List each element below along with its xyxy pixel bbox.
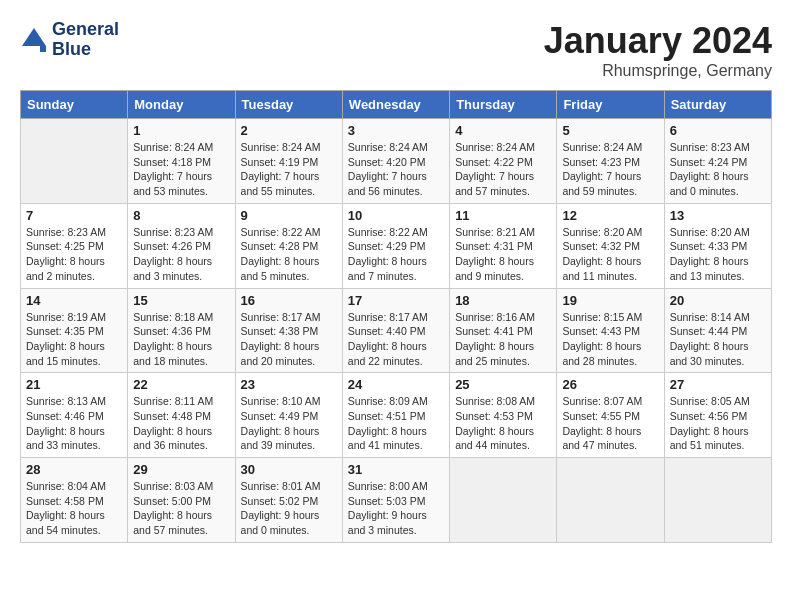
calendar-cell: 15Sunrise: 8:18 AMSunset: 4:36 PMDayligh…	[128, 288, 235, 373]
weekday-header-sunday: Sunday	[21, 91, 128, 119]
day-info: Sunrise: 8:22 AMSunset: 4:28 PMDaylight:…	[241, 225, 337, 284]
day-info: Sunrise: 8:21 AMSunset: 4:31 PMDaylight:…	[455, 225, 551, 284]
day-info: Sunrise: 8:24 AMSunset: 4:22 PMDaylight:…	[455, 140, 551, 199]
calendar-cell: 9Sunrise: 8:22 AMSunset: 4:28 PMDaylight…	[235, 203, 342, 288]
logo-text: General Blue	[52, 20, 119, 60]
page-header: General Blue January 2024 Rhumspringe, G…	[20, 20, 772, 80]
day-number: 18	[455, 293, 551, 308]
day-number: 29	[133, 462, 229, 477]
day-info: Sunrise: 8:22 AMSunset: 4:29 PMDaylight:…	[348, 225, 444, 284]
calendar-cell: 7Sunrise: 8:23 AMSunset: 4:25 PMDaylight…	[21, 203, 128, 288]
day-number: 31	[348, 462, 444, 477]
title-area: January 2024 Rhumspringe, Germany	[544, 20, 772, 80]
weekday-header-friday: Friday	[557, 91, 664, 119]
day-info: Sunrise: 8:24 AMSunset: 4:18 PMDaylight:…	[133, 140, 229, 199]
day-info: Sunrise: 8:19 AMSunset: 4:35 PMDaylight:…	[26, 310, 122, 369]
calendar-cell: 30Sunrise: 8:01 AMSunset: 5:02 PMDayligh…	[235, 458, 342, 543]
day-info: Sunrise: 8:23 AMSunset: 4:25 PMDaylight:…	[26, 225, 122, 284]
calendar-cell: 24Sunrise: 8:09 AMSunset: 4:51 PMDayligh…	[342, 373, 449, 458]
day-info: Sunrise: 8:04 AMSunset: 4:58 PMDaylight:…	[26, 479, 122, 538]
day-info: Sunrise: 8:05 AMSunset: 4:56 PMDaylight:…	[670, 394, 766, 453]
day-info: Sunrise: 8:03 AMSunset: 5:00 PMDaylight:…	[133, 479, 229, 538]
day-number: 1	[133, 123, 229, 138]
calendar-cell: 3Sunrise: 8:24 AMSunset: 4:20 PMDaylight…	[342, 119, 449, 204]
calendar-cell: 10Sunrise: 8:22 AMSunset: 4:29 PMDayligh…	[342, 203, 449, 288]
day-number: 22	[133, 377, 229, 392]
svg-marker-1	[40, 46, 46, 52]
day-number: 8	[133, 208, 229, 223]
day-number: 30	[241, 462, 337, 477]
calendar-week-row: 28Sunrise: 8:04 AMSunset: 4:58 PMDayligh…	[21, 458, 772, 543]
weekday-header-thursday: Thursday	[450, 91, 557, 119]
calendar-cell: 18Sunrise: 8:16 AMSunset: 4:41 PMDayligh…	[450, 288, 557, 373]
calendar-cell: 29Sunrise: 8:03 AMSunset: 5:00 PMDayligh…	[128, 458, 235, 543]
location-title: Rhumspringe, Germany	[544, 62, 772, 80]
calendar-cell: 26Sunrise: 8:07 AMSunset: 4:55 PMDayligh…	[557, 373, 664, 458]
day-info: Sunrise: 8:14 AMSunset: 4:44 PMDaylight:…	[670, 310, 766, 369]
day-number: 26	[562, 377, 658, 392]
day-info: Sunrise: 8:00 AMSunset: 5:03 PMDaylight:…	[348, 479, 444, 538]
calendar-cell: 28Sunrise: 8:04 AMSunset: 4:58 PMDayligh…	[21, 458, 128, 543]
calendar-cell: 16Sunrise: 8:17 AMSunset: 4:38 PMDayligh…	[235, 288, 342, 373]
day-number: 5	[562, 123, 658, 138]
day-number: 17	[348, 293, 444, 308]
day-number: 3	[348, 123, 444, 138]
calendar-cell: 5Sunrise: 8:24 AMSunset: 4:23 PMDaylight…	[557, 119, 664, 204]
weekday-header-monday: Monday	[128, 91, 235, 119]
calendar-cell	[21, 119, 128, 204]
calendar-cell: 20Sunrise: 8:14 AMSunset: 4:44 PMDayligh…	[664, 288, 771, 373]
calendar-table: SundayMondayTuesdayWednesdayThursdayFrid…	[20, 90, 772, 543]
day-number: 11	[455, 208, 551, 223]
calendar-cell: 22Sunrise: 8:11 AMSunset: 4:48 PMDayligh…	[128, 373, 235, 458]
day-info: Sunrise: 8:10 AMSunset: 4:49 PMDaylight:…	[241, 394, 337, 453]
day-number: 27	[670, 377, 766, 392]
calendar-cell: 2Sunrise: 8:24 AMSunset: 4:19 PMDaylight…	[235, 119, 342, 204]
calendar-cell: 21Sunrise: 8:13 AMSunset: 4:46 PMDayligh…	[21, 373, 128, 458]
day-number: 19	[562, 293, 658, 308]
weekday-header-tuesday: Tuesday	[235, 91, 342, 119]
day-info: Sunrise: 8:11 AMSunset: 4:48 PMDaylight:…	[133, 394, 229, 453]
calendar-cell: 11Sunrise: 8:21 AMSunset: 4:31 PMDayligh…	[450, 203, 557, 288]
calendar-cell: 25Sunrise: 8:08 AMSunset: 4:53 PMDayligh…	[450, 373, 557, 458]
calendar-cell: 27Sunrise: 8:05 AMSunset: 4:56 PMDayligh…	[664, 373, 771, 458]
day-info: Sunrise: 8:16 AMSunset: 4:41 PMDaylight:…	[455, 310, 551, 369]
weekday-header-row: SundayMondayTuesdayWednesdayThursdayFrid…	[21, 91, 772, 119]
month-title: January 2024	[544, 20, 772, 62]
day-number: 20	[670, 293, 766, 308]
svg-marker-0	[22, 28, 46, 46]
calendar-week-row: 1Sunrise: 8:24 AMSunset: 4:18 PMDaylight…	[21, 119, 772, 204]
day-info: Sunrise: 8:20 AMSunset: 4:32 PMDaylight:…	[562, 225, 658, 284]
day-info: Sunrise: 8:15 AMSunset: 4:43 PMDaylight:…	[562, 310, 658, 369]
calendar-week-row: 21Sunrise: 8:13 AMSunset: 4:46 PMDayligh…	[21, 373, 772, 458]
calendar-week-row: 7Sunrise: 8:23 AMSunset: 4:25 PMDaylight…	[21, 203, 772, 288]
calendar-cell: 19Sunrise: 8:15 AMSunset: 4:43 PMDayligh…	[557, 288, 664, 373]
day-number: 12	[562, 208, 658, 223]
day-info: Sunrise: 8:17 AMSunset: 4:40 PMDaylight:…	[348, 310, 444, 369]
calendar-cell: 31Sunrise: 8:00 AMSunset: 5:03 PMDayligh…	[342, 458, 449, 543]
calendar-cell: 8Sunrise: 8:23 AMSunset: 4:26 PMDaylight…	[128, 203, 235, 288]
calendar-cell: 12Sunrise: 8:20 AMSunset: 4:32 PMDayligh…	[557, 203, 664, 288]
day-number: 10	[348, 208, 444, 223]
day-info: Sunrise: 8:20 AMSunset: 4:33 PMDaylight:…	[670, 225, 766, 284]
day-number: 4	[455, 123, 551, 138]
calendar-cell: 17Sunrise: 8:17 AMSunset: 4:40 PMDayligh…	[342, 288, 449, 373]
calendar-cell: 1Sunrise: 8:24 AMSunset: 4:18 PMDaylight…	[128, 119, 235, 204]
day-info: Sunrise: 8:24 AMSunset: 4:19 PMDaylight:…	[241, 140, 337, 199]
calendar-cell: 13Sunrise: 8:20 AMSunset: 4:33 PMDayligh…	[664, 203, 771, 288]
day-info: Sunrise: 8:07 AMSunset: 4:55 PMDaylight:…	[562, 394, 658, 453]
day-number: 7	[26, 208, 122, 223]
calendar-cell	[664, 458, 771, 543]
day-info: Sunrise: 8:24 AMSunset: 4:20 PMDaylight:…	[348, 140, 444, 199]
calendar-cell: 6Sunrise: 8:23 AMSunset: 4:24 PMDaylight…	[664, 119, 771, 204]
day-info: Sunrise: 8:01 AMSunset: 5:02 PMDaylight:…	[241, 479, 337, 538]
day-number: 9	[241, 208, 337, 223]
day-number: 13	[670, 208, 766, 223]
day-info: Sunrise: 8:23 AMSunset: 4:24 PMDaylight:…	[670, 140, 766, 199]
day-number: 25	[455, 377, 551, 392]
weekday-header-saturday: Saturday	[664, 91, 771, 119]
logo-icon	[20, 26, 48, 54]
day-number: 16	[241, 293, 337, 308]
day-number: 21	[26, 377, 122, 392]
day-info: Sunrise: 8:13 AMSunset: 4:46 PMDaylight:…	[26, 394, 122, 453]
day-number: 24	[348, 377, 444, 392]
